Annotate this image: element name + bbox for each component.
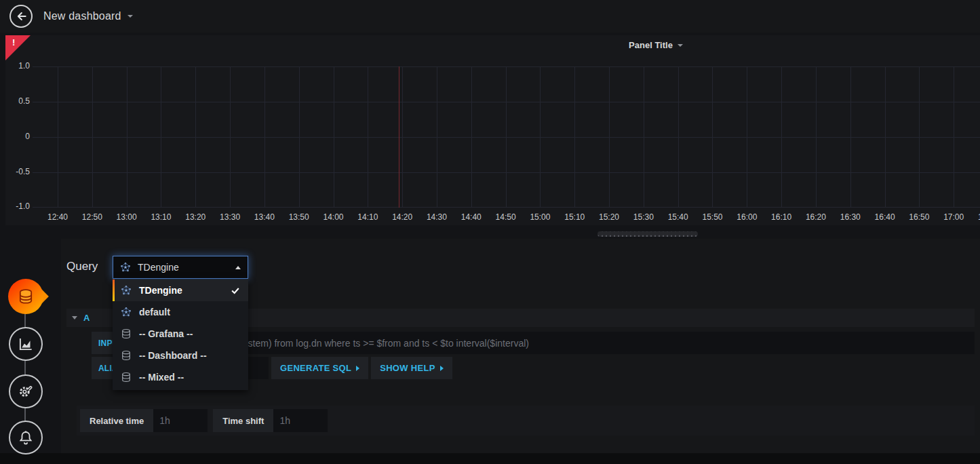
gridline-vertical	[264, 66, 265, 208]
gridline-vertical	[678, 66, 679, 208]
active-tab-pointer	[35, 290, 49, 303]
y-axis-tick: -1.0	[5, 201, 30, 211]
datasource-option-label: default	[139, 307, 170, 317]
datasource-option[interactable]: -- Dashboard --	[113, 345, 248, 366]
chevron-down-icon[interactable]	[128, 15, 133, 18]
time-options-bar: Relative time Time shift	[77, 406, 975, 436]
navbar: New dashboard	[0, 0, 980, 33]
gridline-vertical	[747, 66, 747, 208]
gridline-vertical	[299, 66, 300, 208]
gridline-vertical	[712, 66, 713, 208]
gridline-vertical	[609, 66, 610, 208]
time-shift-label: Time shift	[213, 409, 273, 432]
back-button[interactable]	[9, 5, 33, 28]
grafana-app: New dashboard ! Panel Title 1.00.50-0.5-…	[0, 0, 980, 464]
gridline-vertical	[230, 66, 231, 208]
show-help-button[interactable]: SHOW HELP	[371, 357, 452, 379]
gridline-vertical	[574, 66, 575, 208]
gridline-vertical	[92, 66, 93, 208]
arrow-left-icon	[14, 9, 28, 23]
gridline-vertical	[127, 66, 128, 208]
show-help-label: SHOW HELP	[380, 363, 435, 373]
relative-time-label: Relative time	[80, 409, 153, 432]
gridline-vertical	[471, 66, 472, 208]
datasource-select-value: TDengine	[138, 262, 179, 273]
gridline-vertical	[850, 66, 851, 208]
x-axis-tick: 17:10	[968, 212, 980, 222]
tdengine-icon	[121, 307, 132, 317]
gridline-vertical	[885, 66, 886, 208]
gridline-vertical	[540, 66, 541, 208]
datasource-option-label: TDengine	[139, 285, 182, 296]
time-series-plot[interactable]: 1.00.50-0.5-1.012:4012:5013:0013:1013:20…	[5, 35, 980, 225]
gridline-vertical	[781, 66, 782, 208]
datasource-option-label: -- Dashboard --	[139, 350, 207, 361]
query-ref-id: A	[83, 313, 90, 323]
y-axis-tick: 0	[5, 132, 30, 141]
database-icon	[121, 372, 132, 383]
query-section-label: Query	[66, 260, 98, 273]
panel-resize-handle[interactable]	[597, 231, 698, 237]
generate-sql-button[interactable]: GENERATE SQL	[271, 357, 368, 379]
panel-error-corner-icon[interactable]	[5, 35, 31, 60]
database-icon	[121, 350, 132, 361]
graph-panel: ! Panel Title 1.00.50-0.5-1.012:4012:501…	[5, 35, 980, 225]
gridline-vertical	[334, 66, 334, 208]
gridline-vertical	[195, 66, 196, 208]
gridline-vertical	[919, 66, 920, 208]
gridline-vertical	[816, 66, 817, 208]
bell-icon	[17, 429, 35, 446]
dashboard-title[interactable]: New dashboard	[43, 10, 121, 22]
gridline-vertical	[437, 66, 437, 208]
datasource-select[interactable]: TDengine	[113, 256, 248, 279]
datasource-option-label: -- Grafana --	[139, 328, 193, 339]
y-axis-tick: 1.0	[5, 61, 30, 71]
y-axis-tick: 0.5	[5, 96, 30, 106]
datasource-option[interactable]: -- Grafana --	[113, 323, 248, 345]
database-icon	[121, 328, 132, 339]
tab-visualization[interactable]	[9, 327, 43, 361]
datasource-option-label: -- Mixed --	[139, 372, 184, 383]
bottom-strip	[0, 453, 980, 464]
editor-tab-rail	[0, 239, 61, 464]
chevron-up-icon	[235, 266, 241, 269]
chart-icon	[17, 335, 35, 353]
generate-sql-label: GENERATE SQL	[280, 363, 351, 373]
datasource-option[interactable]: TDengine	[113, 279, 248, 301]
database-icon	[16, 287, 35, 306]
tab-queries[interactable]	[8, 279, 43, 314]
gridline-vertical	[161, 66, 161, 208]
gridline-vertical	[368, 66, 368, 208]
tdengine-icon	[120, 262, 131, 273]
tab-general[interactable]	[9, 374, 43, 408]
gear-icon	[17, 383, 35, 400]
gridline-vertical	[644, 66, 644, 208]
datasource-option[interactable]: default	[113, 301, 248, 323]
time-shift-field[interactable]	[273, 409, 328, 432]
gridline-vertical	[506, 66, 507, 208]
gridline-vertical	[954, 66, 954, 208]
input-sql-field[interactable]	[160, 332, 975, 354]
tab-connector-line	[24, 296, 26, 439]
gridline-vertical	[402, 66, 403, 208]
chevron-right-icon	[440, 366, 444, 371]
check-icon	[231, 286, 240, 295]
datasource-option[interactable]: -- Mixed --	[113, 366, 248, 388]
exclamation-icon: !	[12, 37, 15, 47]
relative-time-field[interactable]	[153, 409, 208, 432]
y-axis-tick: -0.5	[5, 167, 30, 176]
annotation-vline	[399, 66, 399, 208]
tdengine-icon	[121, 285, 132, 296]
chevron-down-icon	[72, 316, 77, 320]
datasource-dropdown-menu: TDenginedefault-- Grafana ---- Dashboard…	[113, 279, 248, 390]
chevron-right-icon	[356, 366, 359, 371]
gridline-vertical	[58, 66, 58, 208]
tab-alert[interactable]	[9, 421, 43, 455]
